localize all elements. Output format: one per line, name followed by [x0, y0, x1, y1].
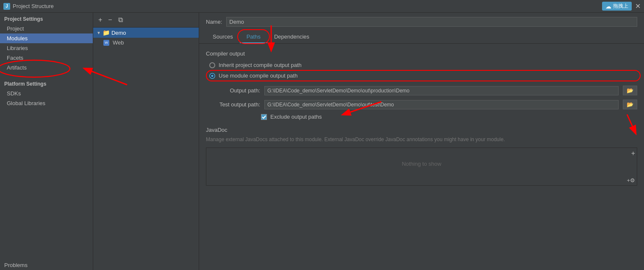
name-label: Name:: [206, 19, 222, 25]
test-output-path-browse-button[interactable]: 📂: [623, 100, 637, 109]
title-bar-title: Project Structure: [13, 3, 54, 9]
javadoc-section: JavaDoc Manage external JavaDocs attache…: [206, 127, 637, 186]
radio-use-module-circle: [209, 73, 215, 79]
app-icon: J: [3, 3, 10, 10]
output-path-input[interactable]: [264, 86, 619, 95]
compiler-output-title: Compiler output: [206, 50, 637, 57]
javadoc-add-settings-button[interactable]: +⚙: [627, 177, 635, 184]
demo-label: Demo: [111, 30, 126, 36]
test-output-path-input[interactable]: [264, 100, 619, 109]
test-output-path-row: Test output path: 📂: [206, 100, 637, 109]
checkmark-icon: [262, 115, 266, 119]
add-module-button[interactable]: +: [97, 15, 104, 25]
radio-use-module-label: Use module compile output path: [219, 72, 297, 79]
tab-paths[interactable]: Paths: [240, 31, 267, 43]
project-settings-header: Project Settings: [0, 13, 93, 24]
cloud-upload-btn[interactable]: ☁ 拖拽上: [602, 2, 632, 11]
radio-inherit[interactable]: Inherit project compile output path: [209, 62, 637, 68]
javadoc-desc: Manage external JavaDocs attached to thi…: [206, 136, 637, 143]
output-path-row: Output path: 📂: [206, 86, 637, 95]
output-path-label: Output path:: [209, 87, 260, 94]
name-row: Name:: [199, 13, 644, 31]
main-container: Project Settings Project Modules Librari…: [0, 13, 644, 270]
content-area: Compiler output Inherit project compile …: [199, 44, 644, 270]
web-label: Web: [113, 39, 124, 46]
name-input[interactable]: [226, 17, 637, 27]
tree-item-web[interactable]: W Web: [93, 38, 199, 47]
content-panel: Name: Sources Paths Dependencies Compile…: [199, 13, 644, 270]
expand-icon: ▼: [97, 31, 101, 35]
remove-module-button[interactable]: −: [106, 15, 114, 25]
radio-use-module[interactable]: Use module compile output path: [209, 72, 637, 79]
tabs: Sources Paths Dependencies: [199, 31, 644, 44]
platform-settings-header: Platform Settings: [0, 78, 93, 89]
module-tree-toolbar: + − ⧉: [93, 13, 199, 28]
radio-inherit-label: Inherit project compile output path: [219, 62, 302, 68]
javadoc-title: JavaDoc: [206, 127, 637, 133]
output-path-browse-button[interactable]: 📂: [623, 86, 637, 95]
exclude-checkbox-row: Exclude output paths: [206, 114, 637, 120]
sidebar-item-sdks[interactable]: SDKs: [0, 89, 93, 98]
sidebar-item-problems[interactable]: Problems: [0, 260, 93, 270]
javadoc-add-button[interactable]: +: [631, 150, 635, 157]
sidebar-item-libraries[interactable]: Libraries: [0, 43, 93, 53]
exclude-checkbox[interactable]: [261, 114, 267, 120]
radio-inherit-circle: [209, 62, 215, 68]
exclude-checkbox-label: Exclude output paths: [270, 114, 322, 120]
web-module-icon: W: [103, 40, 109, 46]
sidebar-item-modules[interactable]: Modules: [0, 33, 93, 43]
tab-dependencies[interactable]: Dependencies: [267, 31, 316, 43]
javadoc-area: + Nothing to show +⚙: [206, 148, 637, 186]
tree-item-demo[interactable]: ▼ 📁 Demo: [93, 28, 199, 38]
test-output-path-label: Test output path:: [209, 101, 260, 108]
close-button[interactable]: ✕: [635, 2, 641, 10]
module-tree: + − ⧉ ▼ 📁 Demo W Web: [93, 13, 199, 270]
sidebar-item-artifacts[interactable]: Artifacts: [0, 63, 93, 72]
cloud-label: 拖拽上: [613, 3, 628, 10]
title-bar: J Project Structure ☁ 拖拽上 ✕: [0, 0, 644, 13]
radio-group-compiler: Inherit project compile output path Use …: [206, 62, 637, 79]
sidebar-item-global-libraries[interactable]: Global Libraries: [0, 98, 93, 108]
demo-folder-icon: 📁: [103, 29, 110, 36]
javadoc-empty-label: Nothing to show: [206, 148, 637, 180]
tab-sources[interactable]: Sources: [206, 31, 240, 43]
title-bar-left: J Project Structure: [3, 3, 54, 10]
copy-module-button[interactable]: ⧉: [117, 15, 125, 25]
sidebar-item-project[interactable]: Project: [0, 24, 93, 33]
sidebar: Project Settings Project Modules Librari…: [0, 13, 93, 270]
sidebar-item-facets[interactable]: Facets: [0, 53, 93, 63]
